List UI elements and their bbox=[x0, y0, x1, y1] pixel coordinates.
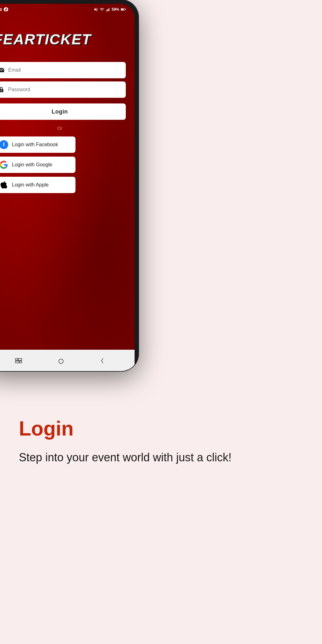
email-wrapper bbox=[0, 62, 126, 78]
nav-bar bbox=[0, 350, 135, 371]
time-display: 4:50 bbox=[0, 7, 2, 12]
svg-rect-12 bbox=[15, 361, 19, 363]
status-left: 4:50 bbox=[0, 7, 8, 12]
recent-apps-icon[interactable] bbox=[15, 358, 22, 364]
or-divider: Or bbox=[0, 125, 126, 131]
email-icon bbox=[0, 67, 4, 73]
svg-rect-5 bbox=[121, 9, 124, 10]
svg-rect-2 bbox=[108, 9, 108, 11]
wifi-icon bbox=[100, 7, 104, 12]
svg-rect-13 bbox=[19, 361, 22, 363]
phone-wrapper: 4:50 bbox=[0, 0, 145, 384]
app-content: FEARTICKET bbox=[0, 15, 135, 203]
facebook-icon: f bbox=[0, 140, 8, 149]
svg-rect-1 bbox=[107, 9, 108, 11]
svg-point-9 bbox=[1, 90, 2, 91]
home-icon[interactable] bbox=[57, 357, 65, 365]
status-bar: 4:50 bbox=[0, 4, 135, 15]
facebook-status-icon bbox=[4, 7, 8, 12]
apple-icon bbox=[0, 180, 8, 189]
svg-rect-11 bbox=[18, 358, 22, 360]
back-icon[interactable] bbox=[100, 358, 105, 364]
phone-screen: 4:50 bbox=[0, 4, 135, 371]
password-input[interactable] bbox=[0, 81, 126, 98]
app-logo: FEARTICKET bbox=[0, 31, 126, 48]
phone-shell: 4:50 bbox=[0, 0, 138, 371]
battery-icon bbox=[121, 8, 126, 11]
login-button[interactable]: Login bbox=[0, 103, 126, 120]
lock-icon bbox=[0, 86, 4, 93]
email-input[interactable] bbox=[0, 62, 126, 78]
svg-rect-6 bbox=[125, 9, 126, 10]
password-wrapper bbox=[0, 81, 126, 98]
svg-rect-3 bbox=[109, 8, 109, 11]
google-login-label: Login with Google bbox=[12, 162, 52, 168]
page-subtext: Step into your event world with just a c… bbox=[19, 449, 303, 466]
signal-icon bbox=[106, 7, 110, 12]
battery-display: 59% bbox=[112, 7, 119, 12]
apple-login-label: Login with Apple bbox=[12, 182, 49, 188]
facebook-login-button[interactable]: f Login with Facebook bbox=[0, 136, 75, 153]
mute-icon bbox=[94, 7, 98, 12]
bottom-section: Login Step into your event world with ju… bbox=[0, 399, 322, 644]
status-right: 59% bbox=[94, 7, 126, 12]
svg-rect-14 bbox=[59, 359, 63, 364]
page-heading: Login bbox=[19, 418, 303, 440]
google-login-button[interactable]: Login with Google bbox=[0, 157, 75, 173]
google-icon bbox=[0, 160, 8, 169]
svg-rect-10 bbox=[15, 358, 18, 360]
facebook-login-label: Login with Facebook bbox=[12, 142, 58, 147]
apple-login-button[interactable]: Login with Apple bbox=[0, 177, 75, 193]
svg-rect-0 bbox=[106, 10, 107, 11]
